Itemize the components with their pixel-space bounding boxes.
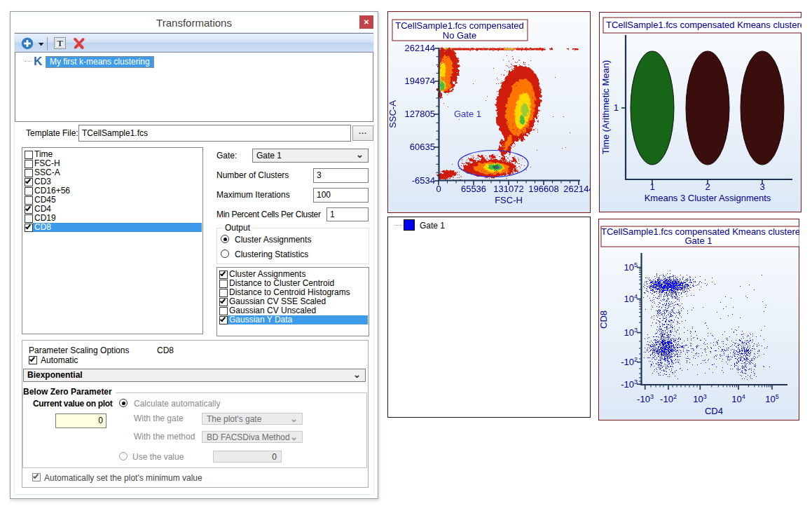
svg-text:TCellSample1.fcs compensated: TCellSample1.fcs compensated xyxy=(395,20,524,31)
svg-text:127805: 127805 xyxy=(405,109,435,119)
svg-text:262144: 262144 xyxy=(405,43,435,53)
svg-text:60635: 60635 xyxy=(410,142,435,152)
svg-text:Time (Arithmetic Mean): Time (Arithmetic Mean) xyxy=(600,60,611,155)
svg-text:CD8: CD8 xyxy=(598,310,609,329)
svg-text:2: 2 xyxy=(705,182,710,192)
svg-text:Kmeans 3 Cluster Assignments: Kmeans 3 Cluster Assignments xyxy=(645,193,771,203)
svg-text:1: 1 xyxy=(614,102,619,113)
svg-text:-6534: -6534 xyxy=(412,175,435,186)
svg-text:Gate 1: Gate 1 xyxy=(684,235,712,246)
svg-text:262144: 262144 xyxy=(563,184,591,194)
svg-text:131072: 131072 xyxy=(493,184,523,194)
svg-text:1: 1 xyxy=(649,182,654,192)
svg-text:0: 0 xyxy=(436,184,441,194)
svg-text:CD4: CD4 xyxy=(705,406,723,416)
svg-text:T: T xyxy=(57,38,63,48)
svg-text:Gate 1: Gate 1 xyxy=(454,109,481,119)
svg-text:FSC-H: FSC-H xyxy=(495,195,523,205)
svg-text:No Gate: No Gate xyxy=(443,30,476,41)
svg-text:65536: 65536 xyxy=(461,184,486,194)
svg-text:196608: 196608 xyxy=(528,184,558,194)
svg-text:194974: 194974 xyxy=(405,76,435,86)
svg-text:3: 3 xyxy=(759,182,764,192)
svg-text:TCellSample1.fcs compensated K: TCellSample1.fcs compensated Kmeans clus… xyxy=(606,20,801,30)
svg-text:SSC-A: SSC-A xyxy=(387,100,398,128)
